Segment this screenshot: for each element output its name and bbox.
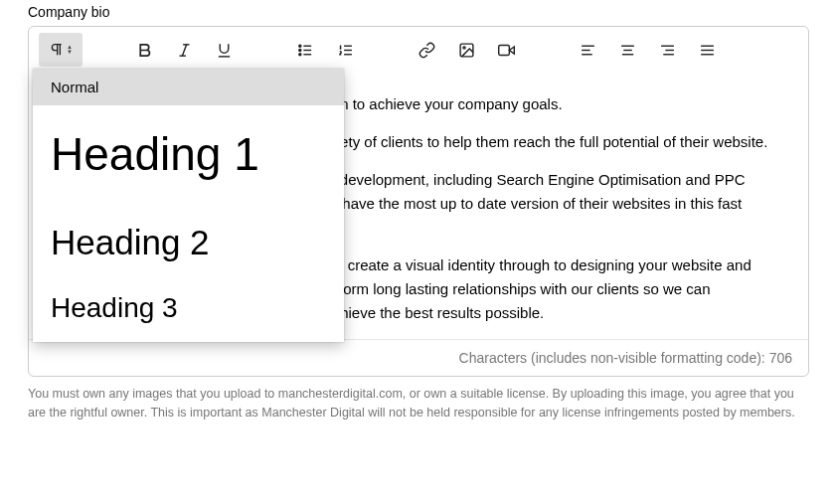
- paragraph-format-button[interactable]: ▲▼: [39, 33, 83, 67]
- insert-link-button[interactable]: [407, 33, 446, 67]
- dropdown-item-normal[interactable]: Normal: [33, 69, 344, 105]
- svg-marker-15: [509, 46, 514, 53]
- bullet-list-icon: [297, 42, 314, 59]
- italic-button[interactable]: [164, 33, 204, 67]
- insert-video-button[interactable]: [486, 33, 526, 67]
- align-left-button[interactable]: [568, 33, 607, 67]
- paragraph-format-dropdown: Normal Heading 1 Heading 2 Heading 3: [33, 69, 344, 342]
- align-center-icon: [619, 42, 636, 59]
- align-right-icon: [659, 42, 676, 59]
- dropdown-item-heading2[interactable]: Heading 2: [33, 205, 344, 282]
- editor-footer: Characters (includes non-visible formatt…: [29, 339, 808, 376]
- editor-toolbar: ▲▼: [29, 27, 808, 73]
- align-justify-button[interactable]: [687, 33, 727, 67]
- underline-icon: [216, 42, 233, 59]
- svg-line-2: [182, 44, 186, 55]
- numbered-list-icon: [337, 42, 354, 59]
- link-icon: [418, 42, 435, 59]
- align-left-icon: [580, 42, 596, 59]
- dropdown-item-heading1[interactable]: Heading 1: [33, 105, 344, 205]
- align-center-button[interactable]: [607, 33, 647, 67]
- underline-button[interactable]: [204, 33, 244, 67]
- caret-up-down-icon: ▲▼: [67, 45, 73, 55]
- character-count-value: 706: [769, 350, 792, 366]
- pilcrow-icon: [49, 42, 65, 58]
- svg-point-8: [298, 49, 300, 51]
- dropdown-item-heading3[interactable]: Heading 3: [33, 282, 344, 324]
- svg-point-14: [462, 46, 464, 48]
- field-label: Company bio: [28, 4, 809, 20]
- bold-button[interactable]: [124, 33, 164, 67]
- image-icon: [458, 42, 475, 59]
- character-count-label: Characters (includes non-visible formatt…: [459, 350, 769, 366]
- unordered-list-button[interactable]: [285, 33, 325, 67]
- svg-rect-16: [498, 45, 509, 55]
- bold-icon: [136, 42, 153, 59]
- upload-disclaimer: You must own any images that you upload …: [28, 385, 809, 422]
- svg-point-7: [298, 45, 300, 47]
- align-right-button[interactable]: [647, 33, 687, 67]
- align-justify-icon: [699, 42, 716, 59]
- insert-image-button[interactable]: [446, 33, 486, 67]
- video-icon: [498, 42, 515, 59]
- italic-icon: [176, 42, 193, 59]
- svg-point-9: [298, 53, 300, 55]
- rich-text-editor: ▲▼: [28, 26, 809, 377]
- ordered-list-button[interactable]: [325, 33, 365, 67]
